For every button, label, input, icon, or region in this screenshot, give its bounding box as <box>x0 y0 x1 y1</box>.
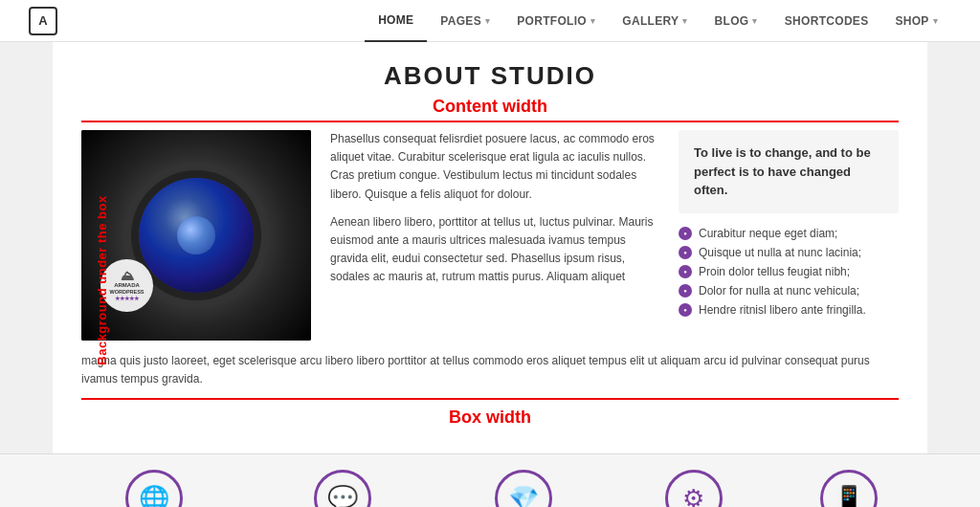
chevron-icon: ▾ <box>752 16 757 26</box>
nav-portfolio[interactable]: PORTFOLIO ▾ <box>503 0 609 42</box>
features-footer: 🌐 TRANSLATION READY 💬 FRIENDLY SUPPORT 💎… <box>0 453 980 507</box>
customizable-icon: ⚙ <box>665 470 723 507</box>
list-item: Quisque ut nulla at nunc lacinia; <box>679 246 899 259</box>
feature-support[interactable]: 💬 FRIENDLY SUPPORT <box>291 470 394 507</box>
bullet-icon <box>679 246 692 259</box>
chevron-icon: ▾ <box>590 16 595 26</box>
navbar: A HOME PAGES ▾ PORTFOLIO ▾ GALLERY ▾ BLO… <box>0 0 980 42</box>
studio-image: ⛰ ARMADA WORDPRESS ★★★★★ <box>81 130 311 341</box>
translation-icon: 🌐 <box>125 470 183 507</box>
nav-shortcodes[interactable]: SHORTCODES <box>771 0 882 42</box>
logo-sub: WORDPRESS <box>109 289 144 296</box>
text-right-wrapper: Phasellus consequat felisrdiet posuere l… <box>330 130 899 341</box>
list-item: Curabitur neque eget diam; <box>679 227 899 240</box>
logo-text: ARMADA <box>114 282 140 289</box>
chevron-icon: ▾ <box>485 16 490 26</box>
feature-quality[interactable]: 💎 PREMIUM QUALITY <box>475 470 571 507</box>
box-width-section: Box width <box>81 398 899 428</box>
quality-icon: 💎 <box>495 470 552 507</box>
logo-stars: ★★★★★ <box>115 296 139 302</box>
paragraph-2: Aenean libero libero, porttitor at tellu… <box>330 213 661 287</box>
nav-pages[interactable]: PAGES ▾ <box>427 0 503 42</box>
sidebar-label: Background under the box <box>95 195 109 364</box>
paragraph-1: Phasellus consequat felisrdiet posuere l… <box>330 130 661 204</box>
box-width-label: Box width <box>81 408 899 428</box>
bullet-icon <box>679 265 692 278</box>
content-area: ⛰ ARMADA WORDPRESS ★★★★★ Phasellus conse… <box>81 130 899 341</box>
nav-menu: HOME PAGES ▾ PORTFOLIO ▾ GALLERY ▾ BLOG … <box>365 0 951 42</box>
nav-blog[interactable]: BLOG ▾ <box>702 0 771 42</box>
chevron-icon: ▾ <box>933 16 938 26</box>
list-item: Dolor for nulla at nunc vehicula; <box>679 284 899 298</box>
quote-box: To live is to change, and to be perfect … <box>679 130 899 213</box>
right-column: To live is to change, and to be perfect … <box>679 130 899 341</box>
content-width-label: Content width <box>81 97 899 122</box>
logo[interactable]: A <box>29 7 57 35</box>
feature-list: Curabitur neque eget diam; Quisque ut nu… <box>679 227 899 317</box>
bullet-icon <box>679 227 692 240</box>
text-content: Phasellus consequat felisrdiet posuere l… <box>330 130 661 341</box>
bullet-icon <box>679 284 692 298</box>
feature-translation[interactable]: 🌐 TRANSLATION READY <box>98 470 210 507</box>
bullet-icon <box>679 303 692 317</box>
support-icon: 💬 <box>314 470 371 507</box>
nav-gallery[interactable]: GALLERY ▾ <box>609 0 701 42</box>
mountain-icon: ⛰ <box>121 269 134 282</box>
nav-home[interactable]: HOME <box>365 0 427 42</box>
chevron-icon: ▾ <box>682 16 687 26</box>
page-title: ABOUT STUDIO <box>81 61 899 91</box>
main-wrapper: ABOUT STUDIO Content width ⛰ ARMADA WORD… <box>53 42 927 453</box>
list-item: Hendre ritnisl libero ante fringilla. <box>679 303 899 317</box>
nav-shop[interactable]: SHOP ▾ <box>881 0 951 42</box>
feature-customizable[interactable]: ⚙ CUSTOMIZABLE <box>653 470 734 507</box>
responsive-icon: 📱 <box>820 470 878 507</box>
list-item: Proin dolor tellus feugiat nibh; <box>679 265 899 278</box>
feature-responsive[interactable]: 📱 RESPONSIVE <box>815 470 882 507</box>
full-text: magna quis justo laoreet, eget scelerisq… <box>81 352 899 388</box>
